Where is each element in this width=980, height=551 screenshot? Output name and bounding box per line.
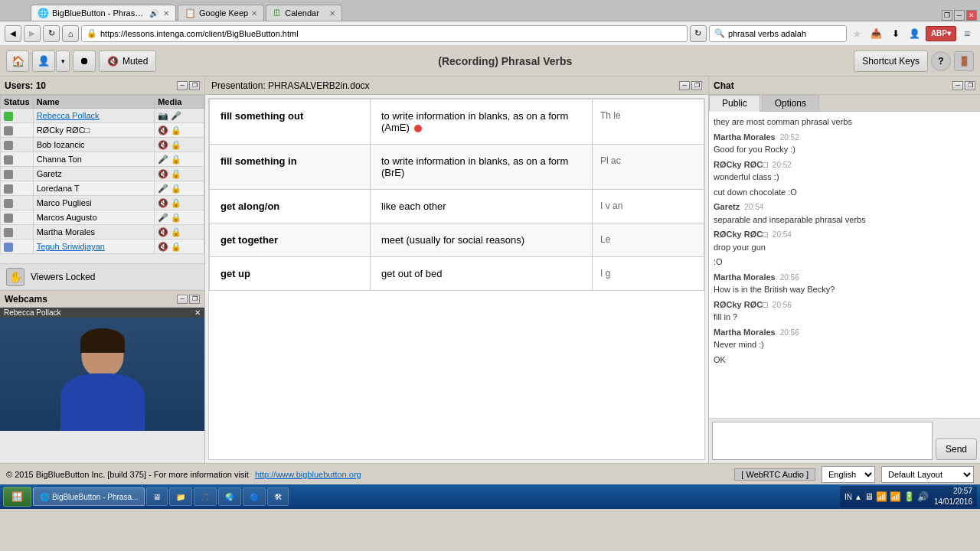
users-table-container: Status Name Media Rebecca Pollack📷 🎤RØCk… [0, 95, 204, 263]
user-name-cell: Martha Morales [33, 225, 155, 240]
lock-icon: 🔒 [171, 242, 181, 251]
presentation-header: Presentation: PHRASALVERB2in.docx ─ ❐ [205, 77, 708, 95]
user-status-cell [1, 109, 34, 123]
message-text: How is in the British way Becky? [714, 283, 975, 296]
pres-maximize-btn[interactable]: ❐ [691, 81, 702, 90]
download-btn[interactable]: ⬇ [887, 25, 904, 42]
reload-btn[interactable]: ↻ [690, 25, 707, 42]
webcam-close-btn[interactable]: ✕ [194, 308, 201, 317]
tab-keep[interactable]: 📋 Google Keep ✕ [178, 5, 264, 21]
menu-btn[interactable]: ≡ [959, 25, 975, 42]
taskbar-more-btn[interactable]: 🛠 [267, 487, 289, 506]
tray-download[interactable]: 📶 [890, 491, 901, 502]
message-time: 20:52 [773, 161, 792, 169]
chat-message: RØCky RØC□20:54drop your gun [712, 227, 977, 254]
cal-tab-close[interactable]: ✕ [329, 9, 335, 18]
muted-button[interactable]: 🔇 Muted [99, 51, 156, 72]
taskbar-ie-btn[interactable]: 🖥 [146, 487, 168, 506]
tab-cal[interactable]: 🗓 Calendar ✕ [266, 5, 342, 21]
mic-on-icon: 🎤 [158, 213, 168, 222]
bookmark-btn[interactable]: ★ [849, 25, 866, 42]
message-sender: RØCky RØC□ [714, 300, 768, 309]
copyright-text: © 2015 BigBlueButton Inc. [build 375] - … [6, 470, 249, 479]
taskbar-bbb2-btn[interactable]: 🔵 [243, 487, 266, 506]
logout-button[interactable]: 🚪 [954, 51, 974, 71]
vocab-definition: meet (usually for social reasons) [371, 223, 593, 257]
message-text: :O [714, 256, 975, 269]
webcams-maximize-btn[interactable]: ❐ [189, 295, 200, 304]
shortcut-keys-button[interactable]: Shortcut Keys [854, 51, 928, 72]
dropdown-btn[interactable]: ▾ [56, 51, 70, 72]
home-button[interactable]: ⌂ [62, 25, 79, 42]
user-media-cell: 🎤 🔒 [155, 181, 204, 196]
start-button[interactable]: 🪟 [3, 487, 31, 507]
lock-icon: 🔒 [171, 126, 181, 135]
message-text: Good for you Rocky :) [714, 143, 975, 156]
webcams-minimize-btn[interactable]: ─ [177, 295, 188, 304]
users-panel-header: Users: 10 ─ ❐ [0, 77, 204, 95]
vocab-term: fill something out [210, 99, 371, 145]
pres-minimize-btn[interactable]: ─ [679, 81, 690, 90]
user-name-cell[interactable]: Rebecca Pollack [33, 109, 155, 123]
users-minimize-btn[interactable]: ─ [177, 81, 188, 90]
copyright-link[interactable]: http://www.bigbluebutton.org [255, 470, 361, 479]
webcam-window: Rebecca Pollack ✕ [0, 308, 204, 431]
vocab-term: get together [210, 223, 371, 257]
sync-btn[interactable]: 📥 [868, 25, 885, 42]
col-media: Media [155, 96, 204, 109]
layout-select[interactable]: Default LayoutPresenter LayoutVideo Chat… [881, 466, 974, 483]
tray-battery[interactable]: 🔋 [903, 491, 915, 502]
users-maximize-btn[interactable]: ❐ [189, 81, 200, 90]
user-name-cell: Bob Iozancic [33, 138, 155, 152]
vocab-definition: to write information in blanks, as on a … [371, 99, 593, 145]
mic-on-icon: 🎤 [158, 184, 168, 193]
help-button[interactable]: ? [931, 51, 951, 71]
browser-minimize[interactable]: ─ [954, 10, 965, 21]
user-name-cell: Loredana T [33, 181, 155, 196]
back-button[interactable]: ◀ [5, 25, 21, 42]
user-media-cell: 🔇 🔒 [155, 196, 204, 210]
taskbar-media-btn[interactable]: 🎵 [194, 487, 217, 506]
settings-btn[interactable]: 👤 [32, 51, 55, 72]
chat-input[interactable] [712, 422, 933, 460]
chat-message: RØCky RØC□20:56fill in ? [712, 298, 977, 324]
user-btn[interactable]: 👤 [906, 25, 923, 42]
taskbar-folder-btn[interactable]: 📁 [169, 487, 192, 506]
tab-bbb[interactable]: 🌐 BigBlueButton - Phrasa... 🔊 ✕ [31, 5, 176, 21]
search-input[interactable] [728, 29, 841, 38]
user-name-cell[interactable]: Teguh Sriwidjayan [33, 240, 155, 254]
home-app-btn[interactable]: 🏠 [6, 51, 29, 72]
taskbar-bbb-btn[interactable]: 🌐 BigBlueButton - Phrasa... [33, 487, 145, 506]
vocab-row: fill something into write information in… [210, 145, 704, 190]
bbb-taskbar-icon: 🌐 [40, 493, 49, 501]
language-select[interactable]: EnglishSpanishFrench [822, 466, 875, 483]
browser-restore[interactable]: ❐ [942, 10, 952, 21]
refresh-button[interactable]: ↻ [43, 25, 60, 42]
annotation-dot [414, 125, 422, 132]
bbb-tab-close[interactable]: ✕ [163, 9, 169, 18]
tray-volume[interactable]: 🔊 [917, 491, 929, 502]
abp-badge[interactable]: ABP▾ [926, 26, 956, 41]
vocab-term: get up [210, 257, 371, 291]
vocab-definition: get out of bed [371, 257, 593, 291]
chat-maximize-btn[interactable]: ❐ [965, 81, 975, 90]
left-panel: Users: 10 ─ ❐ Status Name Media Rebecca … [0, 77, 205, 463]
chat-tab-public[interactable]: Public [709, 95, 760, 112]
chat-message: Martha Morales20:56How is in the British… [712, 270, 977, 297]
chat-minimize-btn[interactable]: ─ [952, 81, 963, 90]
address-bar[interactable] [100, 29, 682, 38]
col-status: Status [1, 96, 34, 109]
table-row: RØCky RØC□🔇 🔒 [1, 123, 204, 138]
vocab-third-col: I v an [593, 190, 704, 223]
browser-close[interactable]: ✕ [966, 10, 977, 21]
vocab-definition: like each other [371, 190, 593, 223]
send-button[interactable]: Send [936, 439, 977, 460]
keep-tab-close[interactable]: ✕ [251, 9, 257, 18]
tray-network[interactable]: 🖥 [864, 491, 874, 502]
forward-button[interactable]: ▶ [24, 25, 41, 42]
record-btn[interactable]: ⏺ [73, 51, 96, 72]
taskbar-globe-btn[interactable]: 🌏 [218, 487, 241, 506]
tray-upload[interactable]: 📶 [876, 491, 887, 502]
browser-chrome: 🌐 BigBlueButton - Phrasa... 🔊 ✕ 📋 Google… [0, 0, 980, 46]
chat-tab-options[interactable]: Options [762, 95, 819, 111]
